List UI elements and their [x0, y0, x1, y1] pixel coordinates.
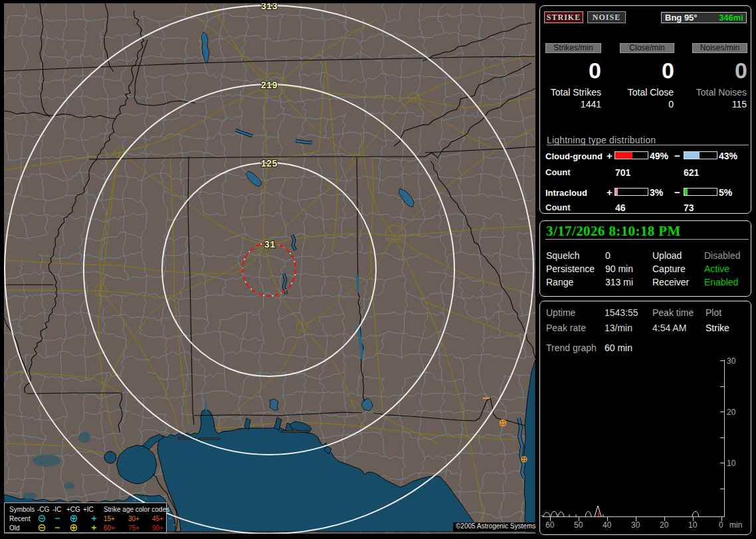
svg-text:219: 219	[260, 80, 277, 91]
svg-text:313: 313	[260, 3, 277, 12]
svg-text:40: 40	[603, 520, 612, 530]
svg-text:20: 20	[727, 408, 736, 417]
svg-text:20: 20	[660, 520, 669, 530]
svg-text:10: 10	[727, 459, 736, 468]
svg-text:31: 31	[264, 240, 276, 250]
svg-text:0: 0	[719, 520, 723, 530]
svg-text:30: 30	[727, 356, 736, 366]
svg-text:125: 125	[260, 159, 277, 169]
svg-text:60: 60	[545, 520, 555, 530]
svg-text:50: 50	[574, 520, 583, 530]
svg-text:30: 30	[631, 520, 640, 530]
svg-text:10: 10	[688, 520, 698, 530]
svg-text:min: min	[729, 520, 742, 530]
